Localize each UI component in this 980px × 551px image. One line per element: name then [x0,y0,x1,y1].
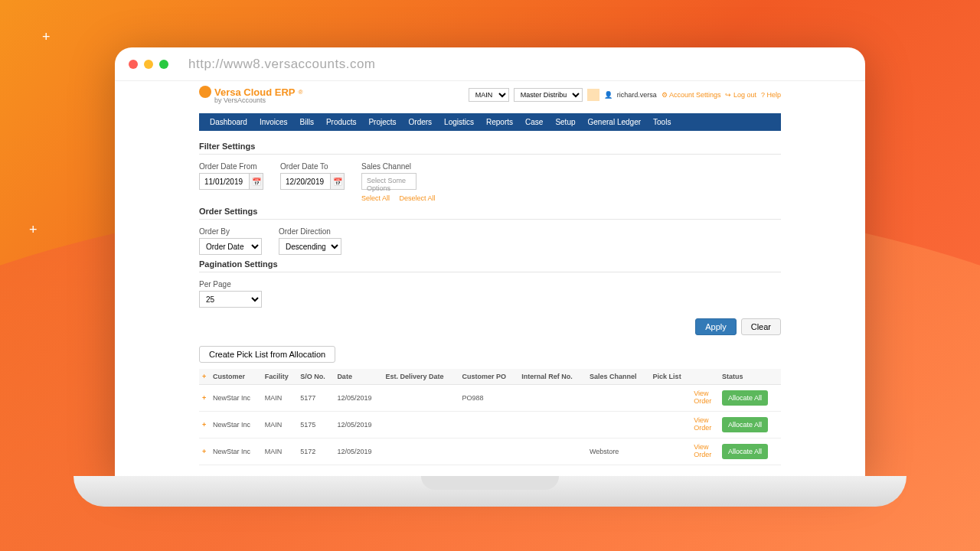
apply-button[interactable]: Apply [695,318,737,335]
calendar-icon[interactable]: 📅 [249,174,263,189]
maximize-traffic-light[interactable] [159,60,168,69]
table-header: Status [719,369,781,385]
nav-bills[interactable]: Bills [294,113,320,131]
cell-date: 12/05/2019 [334,385,382,412]
orders-table: +CustomerFacilityS/O No.DateEst. Deliver… [199,369,781,465]
nav-tools[interactable]: Tools [647,113,677,131]
logo-icon [199,86,211,98]
nav-reports[interactable]: Reports [480,113,519,131]
nav-products[interactable]: Products [320,113,362,131]
expand-all-icon[interactable]: + [202,373,206,380]
order-date-to-input[interactable] [281,178,330,186]
cell-est-delivery [382,439,459,465]
cell-sales-channel: Webstore [586,439,650,465]
cell-internal-ref [518,385,586,412]
expand-row-icon[interactable]: + [202,394,206,402]
username: richard.versa [617,91,657,99]
order-date-to-label: Order Date To [280,162,345,171]
cell-date: 12/05/2019 [334,439,382,465]
table-header: Date [334,369,382,385]
avatar[interactable] [587,89,599,101]
view-order-link[interactable]: ViewOrder [694,417,716,432]
per-page-label: Per Page [199,280,781,289]
clear-button[interactable]: Clear [741,318,781,335]
cell-customer-po: PO988 [459,385,518,412]
view-order-link[interactable]: ViewOrder [694,390,716,406]
order-by-select[interactable]: Order Date [199,238,262,255]
company-select[interactable]: Master Distribution [514,88,583,102]
location-select[interactable]: MAIN [469,88,509,102]
select-all-link[interactable]: Select All [361,194,390,202]
nav-dashboard[interactable]: Dashboard [204,113,253,131]
cell-internal-ref [518,439,586,465]
order-direction-select[interactable]: Descending [279,238,341,255]
cell-customer: NewStar Inc [210,385,262,412]
sales-channel-label: Sales Channel [361,162,443,171]
cell-est-delivery [382,385,459,412]
cell-pick-list [650,439,691,465]
user-icon: 👤 [604,91,612,99]
deselect-all-link[interactable]: Deselect All [400,194,436,202]
view-order-link[interactable]: ViewOrder [694,444,716,459]
cell-customer: NewStar Inc [210,412,262,439]
cell-internal-ref [518,412,586,439]
minimize-traffic-light[interactable] [144,60,153,69]
cell-facility: MAIN [262,412,297,439]
cell-facility: MAIN [262,385,297,412]
decor-plus: + [42,29,51,45]
table-row: +NewStar IncMAIN517712/05/2019PO988ViewO… [199,385,781,412]
close-traffic-light[interactable] [129,60,138,69]
cell-pick-list [650,385,691,412]
nav-orders[interactable]: Orders [403,113,439,131]
allocate-all-button[interactable]: Allocate All [722,390,768,406]
expand-row-icon[interactable]: + [202,421,206,429]
table-row: +NewStar IncMAIN517212/05/2019WebstoreVi… [199,439,781,465]
table-header: Est. Delivery Date [382,369,459,385]
allocate-all-button[interactable]: Allocate All [722,417,768,432]
address-bar[interactable]: http://www8.versaccounts.com [188,57,376,72]
cell-sales-channel [586,412,650,439]
table-header: Customer [210,369,262,385]
create-pick-list-button[interactable]: Create Pick List from Allocation [199,346,335,363]
table-header: Pick List [650,369,691,385]
order-settings-title: Order Settings [199,207,781,216]
help-link[interactable]: ? Help [761,91,781,99]
main-nav: Dashboard Invoices Bills Products Projec… [199,113,781,131]
pagination-settings-title: Pagination Settings [199,259,781,269]
cell-est-delivery [382,412,459,439]
expand-row-icon[interactable]: + [202,448,206,455]
nav-projects[interactable]: Projects [362,113,402,131]
nav-general-ledger[interactable]: General Ledger [582,113,648,131]
table-header: + [199,369,210,385]
order-date-from-input[interactable] [200,178,249,186]
cell-customer: NewStar Inc [210,439,262,465]
table-row: +NewStar IncMAIN517512/05/2019ViewOrderA… [199,412,781,439]
nav-case[interactable]: Case [519,113,549,131]
order-date-from-label: Order Date From [199,162,263,171]
table-header: S/O No. [297,369,334,385]
allocate-all-button[interactable]: Allocate All [722,444,768,459]
table-header [691,369,719,385]
table-header: Internal Ref No. [518,369,586,385]
per-page-select[interactable]: 25 [199,291,262,308]
sales-channel-select[interactable]: Select Some Options [361,173,416,190]
order-by-label: Order By [199,227,262,236]
logo-subtitle: by VersAccounts [214,96,302,104]
nav-logistics[interactable]: Logistics [438,113,480,131]
cell-so-no: 5177 [297,385,334,412]
table-header: Customer PO [459,369,518,385]
cell-so-no: 5175 [297,412,334,439]
nav-invoices[interactable]: Invoices [253,113,294,131]
logout-link[interactable]: ↪ Log out [725,91,756,99]
account-settings-link[interactable]: ⚙ Account Settings [662,91,721,99]
cell-customer-po [459,439,518,465]
order-direction-label: Order Direction [279,227,341,236]
table-header: Facility [262,369,297,385]
cell-customer-po [459,412,518,439]
calendar-icon[interactable]: 📅 [330,174,344,189]
cell-date: 12/05/2019 [334,412,382,439]
filter-settings-title: Filter Settings [199,142,781,151]
nav-setup[interactable]: Setup [549,113,581,131]
cell-facility: MAIN [262,439,297,465]
cell-sales-channel [586,385,650,412]
